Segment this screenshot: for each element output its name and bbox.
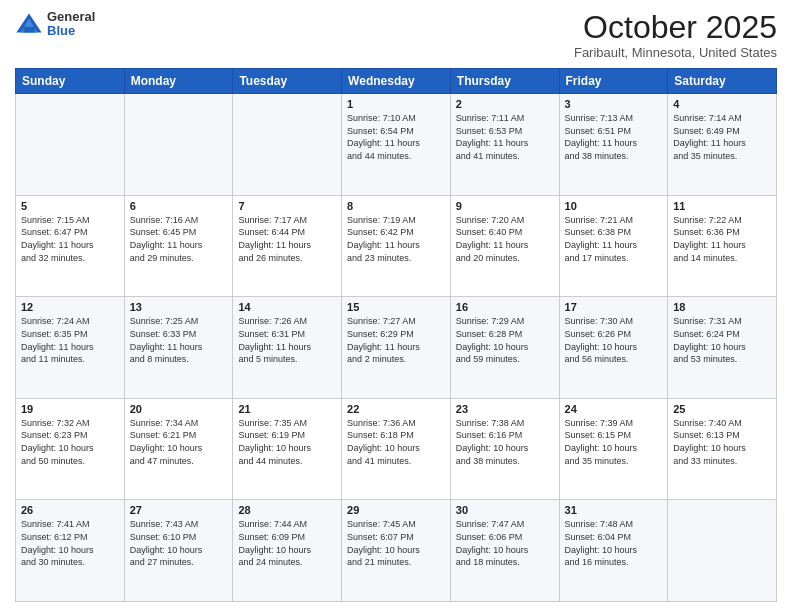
header-right: October 2025 Faribault, Minnesota, Unite… <box>574 10 777 60</box>
logo-icon <box>15 10 43 38</box>
calendar-cell <box>668 500 777 602</box>
day-number: 7 <box>238 200 336 212</box>
calendar-cell: 27Sunrise: 7:43 AM Sunset: 6:10 PM Dayli… <box>124 500 233 602</box>
day-number: 30 <box>456 504 554 516</box>
calendar-cell: 23Sunrise: 7:38 AM Sunset: 6:16 PM Dayli… <box>450 398 559 500</box>
day-info: Sunrise: 7:16 AM Sunset: 6:45 PM Dayligh… <box>130 214 228 264</box>
day-info: Sunrise: 7:11 AM Sunset: 6:53 PM Dayligh… <box>456 112 554 162</box>
calendar-week-row: 26Sunrise: 7:41 AM Sunset: 6:12 PM Dayli… <box>16 500 777 602</box>
day-number: 31 <box>565 504 663 516</box>
day-number: 29 <box>347 504 445 516</box>
calendar-cell: 16Sunrise: 7:29 AM Sunset: 6:28 PM Dayli… <box>450 297 559 399</box>
day-number: 27 <box>130 504 228 516</box>
day-info: Sunrise: 7:31 AM Sunset: 6:24 PM Dayligh… <box>673 315 771 365</box>
day-info: Sunrise: 7:19 AM Sunset: 6:42 PM Dayligh… <box>347 214 445 264</box>
day-info: Sunrise: 7:35 AM Sunset: 6:19 PM Dayligh… <box>238 417 336 467</box>
day-number: 4 <box>673 98 771 110</box>
calendar-cell: 9Sunrise: 7:20 AM Sunset: 6:40 PM Daylig… <box>450 195 559 297</box>
calendar-cell: 8Sunrise: 7:19 AM Sunset: 6:42 PM Daylig… <box>342 195 451 297</box>
calendar-cell: 11Sunrise: 7:22 AM Sunset: 6:36 PM Dayli… <box>668 195 777 297</box>
calendar-cell: 28Sunrise: 7:44 AM Sunset: 6:09 PM Dayli… <box>233 500 342 602</box>
day-number: 13 <box>130 301 228 313</box>
col-thursday: Thursday <box>450 69 559 94</box>
logo-text: General Blue <box>47 10 95 39</box>
day-number: 28 <box>238 504 336 516</box>
calendar-cell: 21Sunrise: 7:35 AM Sunset: 6:19 PM Dayli… <box>233 398 342 500</box>
day-number: 23 <box>456 403 554 415</box>
calendar-cell: 7Sunrise: 7:17 AM Sunset: 6:44 PM Daylig… <box>233 195 342 297</box>
day-info: Sunrise: 7:48 AM Sunset: 6:04 PM Dayligh… <box>565 518 663 568</box>
calendar-cell: 31Sunrise: 7:48 AM Sunset: 6:04 PM Dayli… <box>559 500 668 602</box>
col-tuesday: Tuesday <box>233 69 342 94</box>
calendar-cell: 12Sunrise: 7:24 AM Sunset: 6:35 PM Dayli… <box>16 297 125 399</box>
day-info: Sunrise: 7:17 AM Sunset: 6:44 PM Dayligh… <box>238 214 336 264</box>
logo: General Blue <box>15 10 95 39</box>
day-info: Sunrise: 7:34 AM Sunset: 6:21 PM Dayligh… <box>130 417 228 467</box>
day-number: 24 <box>565 403 663 415</box>
day-info: Sunrise: 7:20 AM Sunset: 6:40 PM Dayligh… <box>456 214 554 264</box>
day-number: 26 <box>21 504 119 516</box>
calendar-cell: 1Sunrise: 7:10 AM Sunset: 6:54 PM Daylig… <box>342 94 451 196</box>
day-info: Sunrise: 7:29 AM Sunset: 6:28 PM Dayligh… <box>456 315 554 365</box>
day-info: Sunrise: 7:15 AM Sunset: 6:47 PM Dayligh… <box>21 214 119 264</box>
calendar-week-row: 19Sunrise: 7:32 AM Sunset: 6:23 PM Dayli… <box>16 398 777 500</box>
day-number: 15 <box>347 301 445 313</box>
calendar-cell: 17Sunrise: 7:30 AM Sunset: 6:26 PM Dayli… <box>559 297 668 399</box>
day-number: 8 <box>347 200 445 212</box>
day-number: 3 <box>565 98 663 110</box>
month-title: October 2025 <box>574 10 777 45</box>
day-info: Sunrise: 7:30 AM Sunset: 6:26 PM Dayligh… <box>565 315 663 365</box>
calendar-cell: 30Sunrise: 7:47 AM Sunset: 6:06 PM Dayli… <box>450 500 559 602</box>
calendar-cell <box>124 94 233 196</box>
day-info: Sunrise: 7:36 AM Sunset: 6:18 PM Dayligh… <box>347 417 445 467</box>
calendar-week-row: 5Sunrise: 7:15 AM Sunset: 6:47 PM Daylig… <box>16 195 777 297</box>
day-info: Sunrise: 7:32 AM Sunset: 6:23 PM Dayligh… <box>21 417 119 467</box>
day-info: Sunrise: 7:43 AM Sunset: 6:10 PM Dayligh… <box>130 518 228 568</box>
header: General Blue October 2025 Faribault, Min… <box>15 10 777 60</box>
day-number: 12 <box>21 301 119 313</box>
calendar-cell: 25Sunrise: 7:40 AM Sunset: 6:13 PM Dayli… <box>668 398 777 500</box>
calendar-cell: 18Sunrise: 7:31 AM Sunset: 6:24 PM Dayli… <box>668 297 777 399</box>
calendar-cell: 13Sunrise: 7:25 AM Sunset: 6:33 PM Dayli… <box>124 297 233 399</box>
day-info: Sunrise: 7:21 AM Sunset: 6:38 PM Dayligh… <box>565 214 663 264</box>
day-number: 6 <box>130 200 228 212</box>
day-number: 5 <box>21 200 119 212</box>
day-info: Sunrise: 7:24 AM Sunset: 6:35 PM Dayligh… <box>21 315 119 365</box>
day-number: 14 <box>238 301 336 313</box>
svg-rect-2 <box>23 27 34 33</box>
calendar-cell: 14Sunrise: 7:26 AM Sunset: 6:31 PM Dayli… <box>233 297 342 399</box>
calendar-cell: 26Sunrise: 7:41 AM Sunset: 6:12 PM Dayli… <box>16 500 125 602</box>
calendar-week-row: 12Sunrise: 7:24 AM Sunset: 6:35 PM Dayli… <box>16 297 777 399</box>
day-number: 21 <box>238 403 336 415</box>
day-info: Sunrise: 7:22 AM Sunset: 6:36 PM Dayligh… <box>673 214 771 264</box>
day-number: 16 <box>456 301 554 313</box>
day-number: 20 <box>130 403 228 415</box>
day-number: 2 <box>456 98 554 110</box>
day-info: Sunrise: 7:26 AM Sunset: 6:31 PM Dayligh… <box>238 315 336 365</box>
page: General Blue October 2025 Faribault, Min… <box>0 0 792 612</box>
day-number: 19 <box>21 403 119 415</box>
col-friday: Friday <box>559 69 668 94</box>
day-info: Sunrise: 7:39 AM Sunset: 6:15 PM Dayligh… <box>565 417 663 467</box>
day-number: 18 <box>673 301 771 313</box>
day-info: Sunrise: 7:38 AM Sunset: 6:16 PM Dayligh… <box>456 417 554 467</box>
logo-general-text: General <box>47 10 95 24</box>
calendar-cell: 3Sunrise: 7:13 AM Sunset: 6:51 PM Daylig… <box>559 94 668 196</box>
calendar-cell: 15Sunrise: 7:27 AM Sunset: 6:29 PM Dayli… <box>342 297 451 399</box>
day-number: 25 <box>673 403 771 415</box>
calendar-cell: 5Sunrise: 7:15 AM Sunset: 6:47 PM Daylig… <box>16 195 125 297</box>
day-info: Sunrise: 7:14 AM Sunset: 6:49 PM Dayligh… <box>673 112 771 162</box>
day-number: 11 <box>673 200 771 212</box>
calendar-cell: 29Sunrise: 7:45 AM Sunset: 6:07 PM Dayli… <box>342 500 451 602</box>
day-info: Sunrise: 7:47 AM Sunset: 6:06 PM Dayligh… <box>456 518 554 568</box>
day-info: Sunrise: 7:45 AM Sunset: 6:07 PM Dayligh… <box>347 518 445 568</box>
day-info: Sunrise: 7:40 AM Sunset: 6:13 PM Dayligh… <box>673 417 771 467</box>
calendar-cell: 20Sunrise: 7:34 AM Sunset: 6:21 PM Dayli… <box>124 398 233 500</box>
calendar-cell: 24Sunrise: 7:39 AM Sunset: 6:15 PM Dayli… <box>559 398 668 500</box>
calendar-cell: 19Sunrise: 7:32 AM Sunset: 6:23 PM Dayli… <box>16 398 125 500</box>
location: Faribault, Minnesota, United States <box>574 45 777 60</box>
day-info: Sunrise: 7:44 AM Sunset: 6:09 PM Dayligh… <box>238 518 336 568</box>
col-monday: Monday <box>124 69 233 94</box>
calendar-cell: 4Sunrise: 7:14 AM Sunset: 6:49 PM Daylig… <box>668 94 777 196</box>
col-saturday: Saturday <box>668 69 777 94</box>
